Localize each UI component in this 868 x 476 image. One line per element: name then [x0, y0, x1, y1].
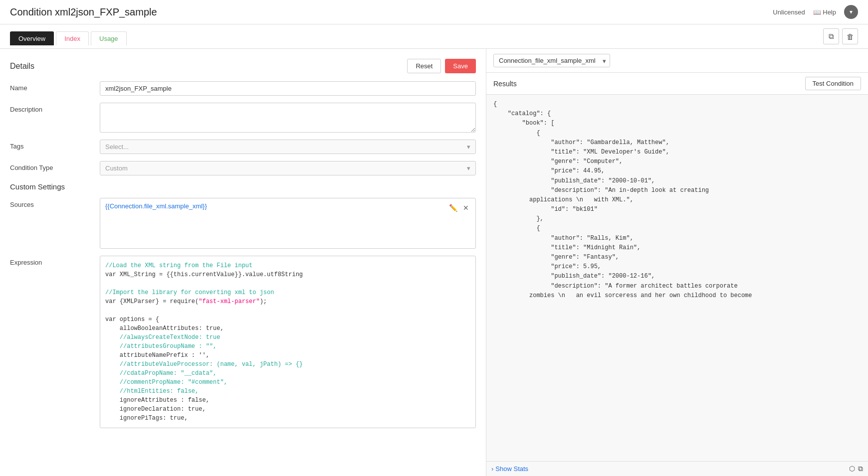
source-tag: {{Connection.file_xml.sample_xml}} — [105, 202, 207, 210]
condition-type-label: Condition Type — [10, 161, 100, 171]
expr-line-4: //Import the library for converting xml … — [105, 288, 470, 297]
tags-select[interactable]: Select... ▾ — [100, 140, 476, 154]
copy-icon[interactable]: ⧉ — [858, 465, 863, 473]
results-line: "description": "A former architect battl… — [493, 282, 861, 291]
tab-actions: ⧉ 🗑 — [823, 28, 858, 48]
name-label: Name — [10, 81, 100, 92]
expr-line-13: //cdataPropName: "__cdata", — [105, 369, 470, 378]
tags-placeholder: Select... — [105, 143, 129, 151]
expr-line-17: ignoreDeclaration: true, — [105, 405, 470, 414]
results-line: { — [493, 224, 861, 233]
connection-select[interactable]: Connection_file_xml_sample_xml — [493, 54, 610, 67]
results-body: { "catalog": { "book": [ { "author": "Ga… — [486, 95, 868, 461]
expr-line-11: attributeNamePrefix : '', — [105, 351, 470, 360]
page-title: Condition xml2json_FXP_sample — [10, 6, 157, 18]
show-stats-label: Show Stats — [495, 465, 528, 473]
results-line: { — [493, 100, 861, 109]
trash-icon: 🗑 — [847, 32, 854, 41]
expr-line-10: //attributesGroupName : "", — [105, 342, 470, 351]
results-line: "author": "Ralls, Kim", — [493, 234, 861, 243]
expr-line-15: //htmlEntities: false, — [105, 387, 470, 396]
results-line: zombies \n an evil sorceress and her own… — [493, 291, 861, 301]
expr-line-7: var options = { — [105, 315, 470, 324]
reset-button[interactable]: Reset — [407, 59, 441, 73]
save-button[interactable]: Save — [445, 59, 476, 73]
results-line: "author": "Gambardella, Matthew", — [493, 138, 861, 148]
results-header: Results Test Condition — [486, 73, 868, 95]
results-line: "publish_date": "2000-12-16", — [493, 272, 861, 281]
book-icon: 📖 — [813, 8, 821, 16]
duplicate-icon: ⧉ — [829, 32, 834, 41]
right-panel: Connection_file_xml_sample_xml Results T… — [486, 49, 868, 476]
tags-chevron-icon: ▾ — [467, 143, 470, 151]
description-row: Description — [10, 103, 476, 133]
condition-type-select[interactable]: Custom ▾ — [100, 161, 476, 175]
expr-line-18: ignorePiTags: true, — [105, 414, 470, 423]
results-line: "price": 44.95, — [493, 166, 861, 176]
results-line: "description": "An in-depth look at crea… — [493, 186, 861, 195]
main-layout: Details Reset Save Name Description Tags… — [0, 49, 868, 476]
connection-select-wrap: Connection_file_xml_sample_xml — [493, 54, 610, 67]
expr-line-16: ignoreAttributes : false, — [105, 396, 470, 405]
tags-label: Tags — [10, 140, 100, 150]
sources-label: Sources — [10, 198, 100, 208]
expand-icon[interactable]: ⬡ — [849, 465, 855, 473]
help-link[interactable]: 📖 Help — [813, 8, 836, 16]
results-footer: › Show Stats ⬡ ⧉ — [486, 461, 868, 476]
tab-index[interactable]: Index — [56, 31, 89, 45]
expression-row: Expression //Load the XML string from th… — [10, 256, 476, 428]
test-condition-button[interactable]: Test Condition — [805, 77, 861, 90]
results-line: "title": "Midnight Rain", — [493, 243, 861, 253]
results-line: applications \n with XML.", — [493, 195, 861, 205]
results-line: "book": [ — [493, 119, 861, 128]
tags-row: Tags Select... ▾ — [10, 140, 476, 154]
results-line: "publish_date": "2000-10-01", — [493, 176, 861, 186]
top-bar: Condition xml2json_FXP_sample Unlicensed… — [0, 0, 868, 24]
sources-actions: ✏️ ✕ — [447, 202, 471, 213]
expr-line-8: allowBooleanAttributes: true, — [105, 324, 470, 333]
user-icon-glyph: ▾ — [850, 8, 853, 15]
results-line: { — [493, 129, 861, 138]
results-line: }, — [493, 214, 861, 224]
duplicate-button[interactable]: ⧉ — [823, 28, 839, 44]
name-row: Name — [10, 81, 476, 96]
unlicensed-link[interactable]: Unlicensed — [773, 8, 805, 16]
expression-box[interactable]: //Load the XML string from the File inpu… — [100, 256, 476, 428]
name-input[interactable] — [100, 81, 476, 96]
right-header-left: Connection_file_xml_sample_xml — [493, 54, 610, 67]
top-bar-right: Unlicensed 📖 Help ▾ — [773, 5, 858, 19]
results-line: "price": 5.95, — [493, 262, 861, 272]
expression-label: Expression — [10, 256, 100, 266]
sources-box: {{Connection.file_xml.sample_xml}} ✏️ ✕ — [100, 198, 476, 249]
user-menu[interactable]: ▾ — [844, 5, 858, 19]
expr-line-14: //commentPropName: "#comment", — [105, 378, 470, 387]
results-line: "catalog": { — [493, 109, 861, 119]
condition-type-value: Custom — [105, 164, 128, 172]
left-panel: Details Reset Save Name Description Tags… — [0, 49, 486, 476]
description-label: Description — [10, 103, 100, 113]
expr-line-1: //Load the XML string from the File inpu… — [105, 261, 470, 270]
expr-line-3 — [105, 279, 470, 288]
expr-line-6 — [105, 306, 470, 315]
description-input[interactable] — [100, 103, 476, 133]
results-line: "genre": "Computer", — [493, 157, 861, 166]
tab-usage[interactable]: Usage — [91, 31, 127, 45]
sources-inner: {{Connection.file_xml.sample_xml}} — [100, 198, 475, 248]
expr-line-2: var XML_String = {{this.currentValue}}.v… — [105, 270, 470, 279]
tabs: Overview Index Usage — [10, 31, 127, 45]
chevron-right-icon: › — [491, 465, 493, 473]
show-stats-button[interactable]: › Show Stats — [491, 465, 528, 473]
delete-button[interactable]: 🗑 — [842, 28, 858, 44]
footer-icons: ⬡ ⧉ — [849, 465, 863, 473]
condition-type-row: Condition Type Custom ▾ — [10, 161, 476, 175]
remove-source-button[interactable]: ✕ — [460, 202, 471, 213]
sources-row: Sources {{Connection.file_xml.sample_xml… — [10, 198, 476, 249]
details-title: Details — [10, 62, 34, 71]
expr-line-9: //alwaysCreateTextNode: true — [105, 333, 470, 342]
edit-source-button[interactable]: ✏️ — [447, 202, 458, 213]
expr-line-12: //attributeValueProcessor: (name, val, j… — [105, 360, 470, 369]
tab-overview[interactable]: Overview — [10, 31, 54, 45]
results-label: Results — [493, 80, 517, 88]
expr-line-5: var {XMLParser} = require("fast-xml-pars… — [105, 297, 470, 306]
tab-bar: Overview Index Usage ⧉ 🗑 — [0, 24, 868, 49]
